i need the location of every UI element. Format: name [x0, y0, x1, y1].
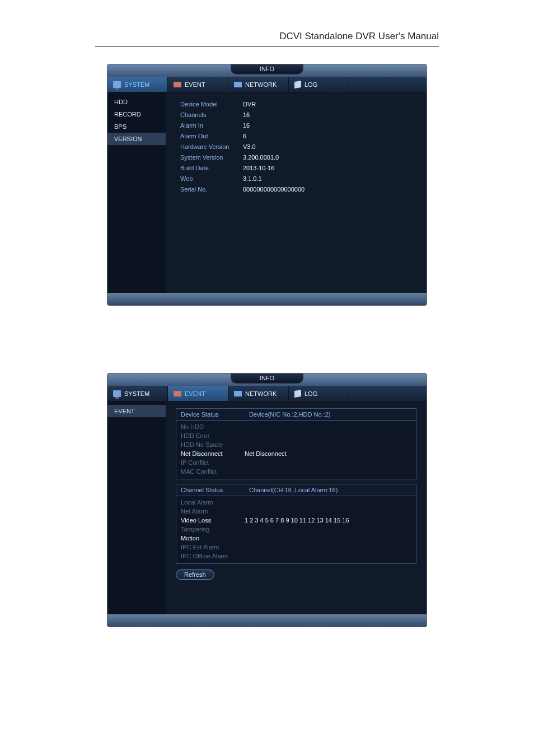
info-dialog-event: INFO SYSTEM EVENT NETWORK LOG EVENT Devi… — [107, 373, 427, 627]
top-tabs: SYSTEM EVENT NETWORK LOG — [107, 77, 427, 92]
dialog-bottom-bar — [107, 293, 427, 305]
channel-status-body: Local Alarm Net Alarm Video Loss1 2 3 4 … — [176, 496, 416, 564]
monitor-icon — [113, 390, 121, 397]
kv-key: Device Model — [180, 100, 243, 109]
dialog-titlebar: INFO — [107, 374, 427, 386]
row-key: Net Alarm — [181, 507, 245, 516]
row-key: Local Alarm — [181, 498, 245, 507]
tab-network[interactable]: NETWORK — [228, 77, 289, 92]
tab-label: EVENT — [185, 390, 205, 397]
kv-key: Channels — [180, 111, 243, 119]
tab-event[interactable]: EVENT — [168, 386, 228, 401]
monitor-icon — [113, 81, 121, 88]
device-status-header: Device Status Device(NIC No.:2,HDD No.:2… — [176, 408, 416, 420]
tab-system[interactable]: SYSTEM — [107, 386, 168, 401]
tab-network[interactable]: NETWORK — [228, 386, 289, 401]
event-icon — [174, 391, 181, 396]
kv-value: 2013-10-16 — [243, 164, 274, 172]
kv-key: Hardware Version — [180, 143, 243, 151]
tab-spacer — [349, 77, 427, 92]
kv-value: 000000000000000000 — [243, 185, 305, 194]
kv-key: Serial No. — [180, 185, 243, 194]
group-title: Channel Status — [176, 484, 245, 496]
channel-status-header: Channel Status Channel(CH:16 ,Local Alar… — [176, 484, 416, 496]
dialog-titlebar: INFO — [107, 64, 427, 77]
row-key: Net Disconnect — [181, 449, 245, 458]
sidebar-item-record[interactable]: RECORD — [107, 108, 166, 120]
row-key: IPC Ext Alarm — [181, 543, 245, 552]
row-key: HDD Error — [181, 431, 245, 440]
tab-spacer — [349, 386, 427, 401]
kv-key: Alarm In — [180, 122, 243, 130]
tab-label: SYSTEM — [124, 390, 149, 397]
sidebar: HDD RECORD BPS VERSION — [107, 92, 166, 293]
kv-value: 16 — [243, 122, 250, 130]
info-dialog-system-version: INFO SYSTEM EVENT NETWORK LOG HDD RECORD… — [107, 64, 427, 306]
tab-label: NETWORK — [245, 81, 277, 88]
log-icon — [294, 389, 301, 397]
network-icon — [234, 82, 242, 87]
kv-value: 6 — [243, 132, 246, 141]
kv-key: System Version — [180, 153, 243, 162]
header-rule — [95, 46, 439, 47]
device-status-body: No HDD HDD Error HDD No Space Net Discon… — [176, 420, 416, 479]
row-key: IPC Offline Alarm — [181, 552, 245, 561]
row-key: MAC Conflict — [181, 467, 245, 476]
tab-label: SYSTEM — [124, 81, 149, 88]
sidebar-item-version[interactable]: VERSION — [107, 133, 166, 145]
kv-value: V3.0 — [243, 143, 256, 151]
dialog-title: INFO — [231, 374, 303, 384]
page-header: DCVI Standalone DVR User's Manual — [0, 0, 534, 46]
row-key: No HDD — [181, 422, 245, 431]
sidebar-item-bps[interactable]: BPS — [107, 120, 166, 133]
row-key: HDD No Space — [181, 440, 245, 449]
sidebar: EVENT — [107, 402, 166, 614]
group-title: Device Status — [176, 409, 245, 420]
tab-label: EVENT — [185, 81, 205, 88]
kv-value: 16 — [243, 111, 250, 119]
row-key: IP Conflict — [181, 458, 245, 467]
network-icon — [234, 391, 242, 396]
group-subtitle: Channel(CH:16 ,Local Alarm:16) — [245, 484, 342, 496]
row-key: Video Loss — [181, 516, 245, 525]
refresh-button[interactable]: Refresh — [176, 570, 214, 580]
tab-log[interactable]: LOG — [289, 77, 349, 92]
kv-value: DVR — [243, 100, 256, 109]
row-key: Tampering — [181, 525, 245, 534]
dialog-title: INFO — [231, 64, 303, 74]
tab-event[interactable]: EVENT — [168, 77, 228, 92]
top-tabs: SYSTEM EVENT NETWORK LOG — [107, 386, 427, 402]
event-icon — [174, 82, 181, 87]
event-content: Device Status Device(NIC No.:2,HDD No.:2… — [166, 402, 427, 614]
row-value: Net Disconnect — [245, 449, 287, 458]
tab-label: NETWORK — [245, 390, 277, 397]
tab-log[interactable]: LOG — [289, 386, 349, 401]
kv-value: 3.200.0001.0 — [243, 153, 279, 162]
version-content: Device ModelDVR Channels16 Alarm In16 Al… — [166, 92, 427, 293]
dialog-bottom-bar — [107, 614, 427, 627]
kv-key: Build Date — [180, 164, 243, 172]
sidebar-item-event[interactable]: EVENT — [107, 405, 166, 417]
kv-value: 3.1.0.1 — [243, 175, 262, 183]
tab-label: LOG — [305, 81, 317, 88]
sidebar-item-hdd[interactable]: HDD — [107, 96, 166, 108]
kv-key: Alarm Out — [180, 132, 243, 141]
log-icon — [294, 80, 301, 88]
kv-key: Web — [180, 175, 243, 183]
group-subtitle: Device(NIC No.:2,HDD No.:2) — [245, 409, 335, 420]
tab-system[interactable]: SYSTEM — [107, 77, 168, 92]
tab-label: LOG — [305, 390, 317, 397]
row-value: 1 2 3 4 5 6 7 8 9 10 11 12 13 14 15 16 — [245, 516, 349, 525]
row-key: Motion — [181, 534, 245, 543]
